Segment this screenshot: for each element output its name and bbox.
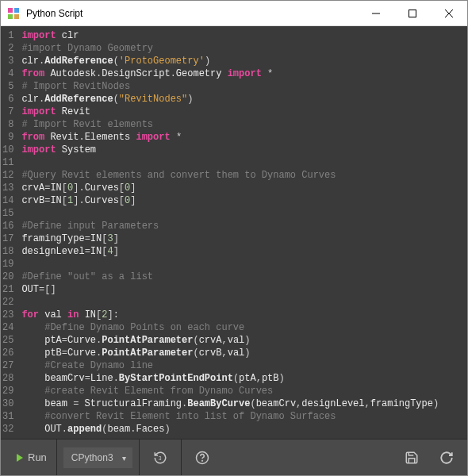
save-button[interactable] — [397, 443, 426, 472]
line-number: 12 — [2, 169, 13, 182]
svg-rect-3 — [14, 14, 19, 19]
line-gutter: 1234567891011121314151617181920212223242… — [1, 26, 17, 439]
code-line[interactable] — [21, 207, 462, 220]
code-area[interactable]: import clr#import Dynamo Geometryclr.Add… — [17, 26, 467, 439]
line-number: 24 — [2, 321, 13, 334]
titlebar: Python Script — [1, 1, 467, 26]
code-line[interactable]: # Import RevitNodes — [21, 80, 462, 93]
run-button[interactable]: Run — [7, 440, 57, 475]
line-number: 27 — [2, 359, 13, 372]
code-line[interactable]: from Autodesk.DesignScript.Geometry impo… — [21, 67, 462, 80]
line-number: 28 — [2, 372, 13, 385]
line-number: 32 — [2, 423, 13, 436]
line-number: 6 — [2, 93, 13, 106]
svg-rect-0 — [8, 8, 13, 13]
play-icon — [17, 454, 23, 462]
line-number: 3 — [2, 55, 13, 67]
code-line[interactable]: #Define Dynamo Points on each curve — [21, 321, 462, 334]
svg-rect-5 — [409, 10, 416, 17]
code-line[interactable]: OUT=[] — [21, 283, 462, 296]
code-line[interactable]: #Define input Parameters — [21, 220, 462, 232]
code-line[interactable]: import System — [21, 144, 462, 156]
code-line[interactable]: #create Revit Element from Dynamo Curves — [21, 385, 462, 397]
help-button[interactable] — [188, 443, 217, 472]
code-line[interactable]: crvB=IN[1].Curves[0] — [21, 194, 462, 207]
line-number: 19 — [2, 258, 13, 271]
line-number: 22 — [2, 296, 13, 309]
line-number: 18 — [2, 245, 13, 258]
code-line[interactable]: beam = StructuralFraming.BeamByCurve(bea… — [21, 397, 462, 410]
line-number: 20 — [2, 271, 13, 283]
code-line[interactable]: ptB=Curve.PointAtParameter(crvB,val) — [21, 347, 462, 359]
code-line[interactable]: # Import Revit elements — [21, 118, 462, 131]
line-number: 10 — [2, 144, 13, 156]
line-number: 29 — [2, 385, 13, 397]
reset-button[interactable]: 3 — [146, 443, 175, 472]
code-line[interactable] — [21, 156, 462, 169]
revert-button[interactable] — [432, 443, 461, 472]
code-line[interactable]: clr.AddReference("RevitNodes") — [21, 93, 462, 106]
line-number: 30 — [2, 397, 13, 410]
app-icon — [7, 7, 20, 20]
code-editor[interactable]: 1234567891011121314151617181920212223242… — [1, 26, 467, 439]
maximize-button[interactable] — [394, 1, 431, 26]
code-line[interactable]: import clr — [21, 29, 462, 42]
window-title: Python Script — [26, 8, 358, 19]
code-line[interactable]: #convert Revit Element into list of Dyna… — [21, 410, 462, 423]
line-number: 13 — [2, 182, 13, 194]
minimize-button[interactable] — [358, 1, 394, 26]
divider — [181, 440, 182, 475]
line-number: 1 — [2, 29, 13, 42]
engine-select[interactable]: CPython3 — [63, 447, 132, 468]
line-number: 4 — [2, 67, 13, 80]
code-line[interactable]: for val in IN[2]: — [21, 309, 462, 321]
svg-rect-2 — [8, 14, 13, 19]
line-number: 21 — [2, 283, 13, 296]
line-number: 2 — [2, 42, 13, 55]
code-line[interactable]: framingType=IN[3] — [21, 232, 462, 245]
line-number: 7 — [2, 106, 13, 118]
code-line[interactable] — [21, 258, 462, 271]
code-line[interactable]: #Query Revit elements and convert them t… — [21, 169, 462, 182]
code-line[interactable]: ptA=Curve.PointAtParameter(crvA,val) — [21, 334, 462, 347]
line-number: 25 — [2, 334, 13, 347]
code-line[interactable]: from Revit.Elements import * — [21, 131, 462, 144]
code-line[interactable] — [21, 296, 462, 309]
code-line[interactable]: crvA=IN[0].Curves[0] — [21, 182, 462, 194]
svg-point-10 — [201, 460, 202, 461]
line-number: 5 — [2, 80, 13, 93]
line-number: 11 — [2, 156, 13, 169]
code-line[interactable]: #Define "out" as a list — [21, 271, 462, 283]
line-number: 15 — [2, 207, 13, 220]
line-number: 16 — [2, 220, 13, 232]
statusbar: Run CPython3 3 — [1, 439, 467, 475]
code-line[interactable]: #import Dynamo Geometry — [21, 42, 462, 55]
line-number: 26 — [2, 347, 13, 359]
code-line[interactable]: beamCrv=Line.ByStartPointEndPoint(ptA,pt… — [21, 372, 462, 385]
line-number: 9 — [2, 131, 13, 144]
line-number: 23 — [2, 309, 13, 321]
svg-rect-1 — [14, 8, 19, 13]
line-number: 14 — [2, 194, 13, 207]
code-line[interactable]: #Create Dynamo line — [21, 359, 462, 372]
code-line[interactable]: designLevel=IN[4] — [21, 245, 462, 258]
line-number: 31 — [2, 410, 13, 423]
close-button[interactable] — [431, 1, 467, 26]
svg-text:3: 3 — [159, 455, 162, 461]
line-number: 17 — [2, 232, 13, 245]
engine-dropdown[interactable]: CPython3 — [63, 447, 132, 468]
divider — [139, 440, 140, 475]
line-number: 8 — [2, 118, 13, 131]
code-line[interactable]: import Revit — [21, 106, 462, 118]
run-label: Run — [28, 451, 47, 463]
code-line[interactable]: OUT.append(beam.Faces) — [21, 423, 462, 436]
code-line[interactable]: clr.AddReference('ProtoGeometry') — [21, 55, 462, 67]
